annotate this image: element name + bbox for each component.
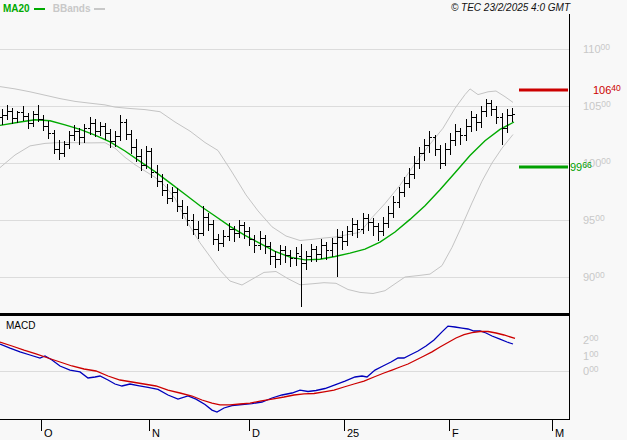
copyright-text: © TEC 23/2/2025 4:0 GMT [451,2,570,13]
ohlc-bar [118,115,123,141]
ma20-line-swatch [34,8,45,10]
ohlc-bar [391,196,396,218]
ohlc-bar [448,133,453,155]
candlestick-series [0,99,515,306]
ohlc-bar [129,130,134,154]
ohlc-bar [170,187,175,202]
ohlc-bar [10,108,15,124]
ohlc-bar [474,114,479,131]
ohlc-bar [273,251,278,268]
ohlc-bar [319,239,324,258]
chart-canvas: 1100010500100009500900020010000010640996… [0,0,627,440]
ohlc-bar [237,220,242,238]
ohlc-bar [67,131,72,149]
ohlc-bar [21,106,26,121]
price-tick-label: 9500 [583,213,605,226]
ohlc-bar [31,111,36,127]
ohlc-bar [479,106,484,128]
ohlc-bar [88,117,93,134]
ohlc-bar [5,105,10,120]
ohlc-bar [464,119,469,142]
ohlc-bar [15,111,20,124]
ohlc-bar [155,165,160,187]
ohlc-bar [263,235,268,254]
bbands-line-swatch [94,8,105,10]
ohlc-bar [484,99,489,117]
month-tick-label: M [555,427,564,439]
month-tick-label: 25 [347,427,359,439]
ohlc-bar [469,111,474,133]
ohlc-bar [340,231,345,249]
ohlc-bar [82,124,87,142]
ohlc-bar [386,206,391,228]
price-tick-label: 10500 [583,99,611,112]
ohlc-bar [407,168,412,189]
macd-line [0,326,513,412]
ohlc-bar [103,123,108,140]
ohlc-bar [422,139,427,161]
ohlc-bar [294,247,299,265]
ohlc-bar [299,244,304,307]
macd-panel-top-border [0,313,570,316]
signal-line [0,332,515,405]
ohlc-bar [355,220,360,238]
ohlc-bar [376,223,381,240]
ohlc-bar [46,121,51,139]
support-level-label: 9966 [570,160,592,173]
ohlc-bar [505,109,510,133]
ohlc-bar [258,231,263,249]
ohlc-bar [458,128,463,145]
ohlc-bar [124,119,129,141]
month-tick-label: N [152,427,160,439]
legend-ma20-label: MA20 [3,3,30,14]
macd-tick-label: 000 [583,364,599,377]
ohlc-bar [494,106,499,124]
ohlc-bar [185,206,190,225]
price-tick-label: 9000 [583,270,605,283]
ohlc-bar [489,100,494,116]
chart-legend: MA20 BBands [3,3,113,14]
bollinger-lower-band [0,135,513,294]
month-tick-label: O [44,427,53,439]
ohlc-bar [268,242,273,265]
ohlc-bar [397,187,402,208]
ohlc-bar [402,177,407,198]
ohlc-bar [144,146,149,169]
ohlc-bar [345,226,350,247]
bollinger-upper-band [0,87,513,241]
macd-panel-label: MACD [6,320,35,331]
ma20-line [0,120,514,260]
resistance-level-label: 10640 [593,83,621,96]
ohlc-bar [211,220,216,245]
ohlc-bar [201,206,206,236]
month-tick-label: F [452,427,459,439]
ohlc-bar [417,147,422,169]
ohlc-bar [330,238,335,256]
ohlc-bar [438,145,443,169]
ohlc-bar [62,141,67,157]
ohlc-bar [98,122,103,136]
ohlc-bar [52,130,57,154]
ohlc-bar [453,124,458,146]
ohlc-bar [41,115,46,131]
ohlc-bar [221,230,226,247]
ohlc-bar [206,213,211,231]
ohlc-bar [252,235,257,253]
ohlc-bar [227,223,232,240]
legend-bbands-label: BBands [53,3,91,14]
price-tick-label: 11000 [583,42,610,55]
ohlc-bar [191,214,196,235]
ohlc-bar [433,135,438,157]
ohlc-bar [366,214,371,231]
month-tick-label: D [252,427,260,439]
ohlc-bar [0,109,5,125]
ohlc-bar [510,108,515,122]
ohlc-bar [216,234,221,251]
macd-tick-label: 100 [583,349,599,362]
macd-tick-label: 200 [583,333,599,346]
